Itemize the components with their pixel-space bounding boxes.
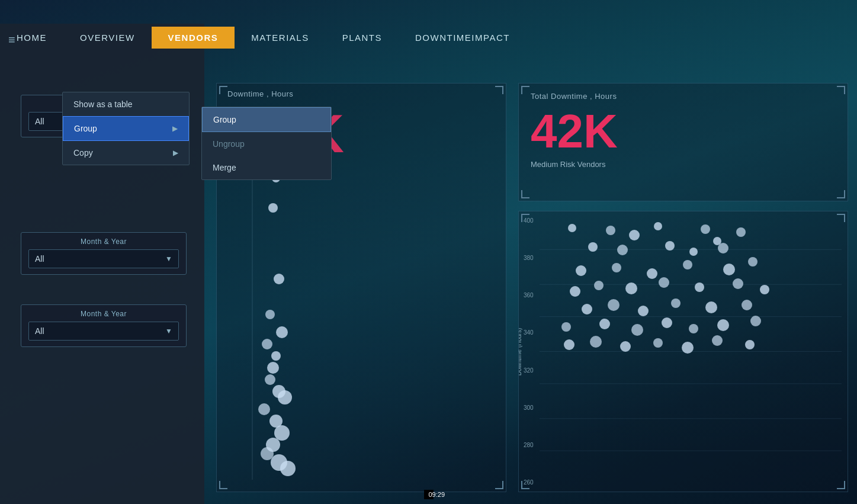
svg-point-30 — [701, 224, 710, 234]
svg-point-51 — [582, 304, 592, 314]
svg-point-18 — [280, 461, 296, 476]
svg-point-27 — [606, 226, 615, 235]
svg-point-29 — [629, 230, 640, 240]
svg-point-26 — [568, 224, 576, 232]
svg-point-46 — [625, 283, 637, 294]
filter-dropdown-3[interactable]: All ▼ — [28, 322, 179, 341]
svg-point-64 — [564, 339, 574, 350]
svg-point-54 — [671, 298, 681, 308]
svg-point-41 — [683, 260, 692, 269]
dropdown-arrow-2: ▼ — [165, 255, 172, 263]
svg-point-62 — [717, 319, 729, 331]
svg-point-8 — [267, 362, 279, 374]
svg-point-65 — [590, 336, 602, 348]
context-menu-primary: Show as a table Group ▶ Copy ▶ — [62, 92, 190, 165]
nav-downtime-impact[interactable]: DowntimeImpact — [399, 27, 527, 49]
svg-point-36 — [689, 248, 698, 256]
left-scatter-plot — [229, 160, 494, 480]
svg-point-43 — [748, 257, 758, 267]
nav-overview[interactable]: Overview — [63, 27, 152, 49]
menu-show-as-table[interactable]: Show as a table — [63, 92, 189, 116]
svg-point-44 — [570, 286, 580, 297]
svg-point-60 — [662, 317, 672, 328]
filter-label-2: Month & Year — [28, 237, 179, 246]
svg-point-55 — [705, 301, 717, 313]
svg-point-33 — [588, 242, 598, 252]
menu-copy[interactable]: Copy ▶ — [63, 141, 189, 165]
total-downtime-value: 42K — [531, 108, 836, 155]
nav-plants[interactable]: Plants — [326, 27, 399, 49]
svg-point-45 — [594, 281, 604, 290]
big-panel-corner-br — [837, 190, 845, 198]
right-scatter-panel: 400 380 360 340 320 300 280 260 Downtime… — [518, 211, 848, 492]
svg-point-35 — [665, 241, 675, 251]
svg-point-7 — [271, 351, 281, 361]
svg-point-59 — [631, 324, 643, 336]
svg-point-57 — [561, 322, 571, 332]
svg-point-50 — [760, 285, 769, 294]
filter-panel-2: Month & Year All ▼ — [21, 232, 187, 275]
group-arrow-right: ▶ — [172, 124, 178, 133]
total-downtime-title: Total Downtime , Hours — [531, 92, 836, 101]
svg-point-39 — [612, 263, 621, 272]
svg-point-42 — [723, 264, 735, 275]
menu-group[interactable]: Group ▶ — [63, 116, 189, 141]
svg-point-3 — [274, 274, 284, 284]
total-downtime-subtitle: Medium Risk Vendors — [531, 160, 836, 169]
svg-point-34 — [617, 245, 628, 255]
svg-point-11 — [278, 390, 292, 405]
big-panel-corner-tr — [837, 86, 845, 94]
chart-corner-bl — [219, 481, 227, 489]
svg-point-52 — [608, 299, 620, 311]
svg-point-4 — [265, 310, 275, 319]
big-panel-corner-tl — [521, 86, 529, 94]
svg-point-49 — [733, 278, 743, 289]
svg-point-47 — [659, 277, 669, 288]
svg-point-67 — [653, 338, 663, 348]
submenu-merge[interactable]: Merge — [202, 156, 331, 179]
chart-corner-br — [495, 481, 503, 489]
svg-point-63 — [750, 316, 761, 326]
y-axis-labels: 400 380 360 340 320 300 280 260 — [524, 217, 534, 486]
svg-point-5 — [276, 326, 288, 338]
y-axis-title: Downtime (Hours) — [518, 328, 522, 375]
svg-point-56 — [742, 300, 752, 310]
left-chart-title: Downtime , Hours — [227, 89, 293, 98]
svg-point-69 — [712, 335, 723, 346]
svg-point-6 — [262, 339, 272, 349]
chart-corner-tl — [219, 86, 227, 94]
total-downtime-panel: Total Downtime , Hours 42K Medium Risk V… — [518, 83, 848, 201]
svg-point-28 — [654, 222, 662, 230]
nav-home[interactable]: Home — [0, 27, 63, 49]
svg-point-38 — [576, 265, 586, 276]
nav-materials[interactable]: Materials — [235, 27, 325, 49]
submenu-group[interactable]: Group — [202, 107, 331, 132]
copy-arrow-right: ▶ — [173, 149, 178, 157]
svg-point-14 — [274, 425, 290, 441]
svg-point-16 — [261, 447, 274, 460]
svg-point-40 — [647, 268, 657, 279]
time-display: 09:29 — [424, 490, 434, 499]
svg-point-12 — [258, 403, 270, 415]
filter-dropdown-2[interactable]: All ▼ — [28, 249, 179, 268]
submenu-ungroup: Ungroup — [202, 132, 331, 156]
svg-point-53 — [638, 306, 649, 316]
svg-point-32 — [736, 227, 746, 237]
svg-point-70 — [745, 340, 755, 349]
big-panel-corner-bl — [521, 190, 529, 198]
svg-point-37 — [718, 243, 728, 253]
right-scatter-plot — [540, 217, 842, 486]
top-navigation: Home Overview Vendors Materials Plants D… — [0, 24, 857, 51]
dropdown-arrow-3: ▼ — [165, 327, 172, 335]
svg-point-58 — [599, 319, 610, 329]
svg-point-48 — [695, 283, 704, 292]
nav-vendors[interactable]: Vendors — [152, 27, 235, 49]
svg-point-68 — [682, 342, 694, 354]
svg-point-66 — [620, 341, 631, 352]
context-menu-secondary: Group Ungroup Merge — [201, 107, 332, 180]
svg-point-9 — [265, 374, 275, 385]
chart-corner-tr — [495, 86, 503, 94]
svg-point-61 — [689, 324, 698, 333]
filter-label-3: Month & Year — [28, 310, 179, 318]
svg-point-2 — [268, 203, 278, 213]
